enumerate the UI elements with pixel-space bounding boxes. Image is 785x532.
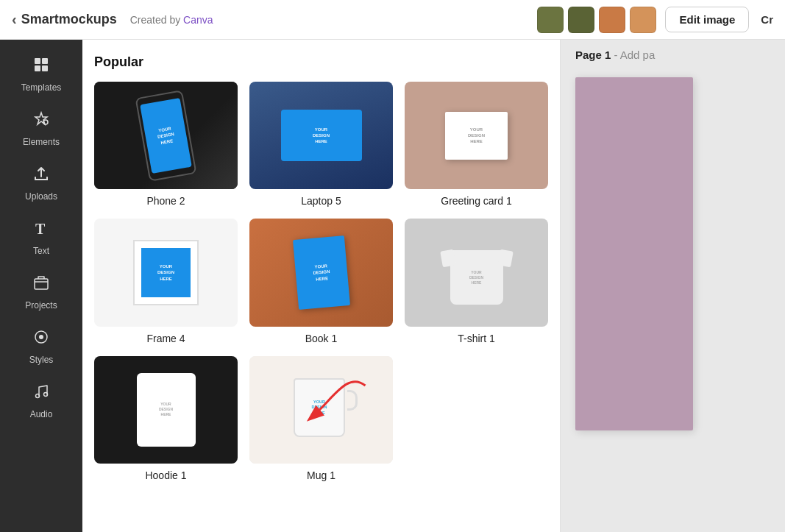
mockup-grid: YOURDESIGNHERE Phone 2 YOURDESIGNHERE La…: [94, 82, 548, 481]
list-item[interactable]: YOURDESIGNHERE Book 1: [249, 219, 393, 344]
canvas-area: Page 1 - Add pa: [561, 40, 785, 532]
laptop5-label: Laptop 5: [249, 195, 393, 207]
styles-icon: [32, 328, 50, 350]
svg-rect-3: [42, 65, 48, 71]
hoodie1-image: YOURDESIGNHERE: [94, 356, 238, 464]
panel: Popular YOURDESIGNHERE Phone 2: [82, 40, 561, 532]
color-swatches: [537, 7, 656, 33]
swatch-dark-olive[interactable]: [568, 7, 594, 33]
svg-point-9: [36, 394, 40, 398]
svg-point-10: [44, 393, 48, 397]
svg-rect-6: [35, 279, 48, 289]
edit-image-button[interactable]: Edit image: [665, 7, 749, 32]
app-title: Smartmockups: [21, 12, 117, 27]
mug1-image: YOURDESIGNHERE: [249, 356, 393, 464]
canvas-page: [575, 77, 693, 430]
sidebar-item-audio[interactable]: Audio: [0, 374, 82, 428]
mug1-label: Mug 1: [249, 469, 393, 481]
list-item[interactable]: YOURDESIGNHERE T-shirt 1: [405, 219, 548, 344]
elements-icon: [32, 110, 50, 132]
sidebar-text-label: Text: [33, 246, 49, 256]
tshirt1-image: YOURDESIGNHERE: [405, 219, 548, 326]
main-layout: Templates Elements Uploads: [0, 40, 785, 532]
list-item[interactable]: YOURDESIGNHERE Laptop 5: [249, 82, 393, 207]
sidebar-uploads-label: Uploads: [25, 191, 57, 202]
back-button[interactable]: ‹ Smartmockups: [12, 11, 117, 28]
svg-rect-0: [35, 58, 40, 64]
list-item[interactable]: YOURDESIGNHERE Phone 2: [94, 82, 238, 207]
add-page-label: - Add pa: [614, 49, 655, 61]
laptop5-image: YOURDESIGNHERE: [249, 82, 393, 189]
sidebar-item-uploads[interactable]: Uploads: [0, 156, 82, 210]
swatch-olive[interactable]: [537, 7, 564, 33]
frame4-label: Frame 4: [94, 333, 238, 344]
sidebar-templates-label: Templates: [21, 82, 62, 93]
back-arrow-icon: ‹: [12, 11, 17, 28]
sidebar-item-templates[interactable]: Templates: [0, 47, 82, 102]
tshirt1-label: T-shirt 1: [405, 333, 548, 344]
svg-text:T: T: [35, 221, 46, 237]
created-by-label: Created by Canva: [130, 14, 213, 26]
greetingcard1-image: YOURDESIGNHERE: [405, 82, 548, 189]
page-number: Page 1: [575, 49, 611, 61]
list-item[interactable]: YOURDESIGNHERE Greeting card 1: [405, 82, 548, 207]
greetingcard1-label: Greeting card 1: [405, 195, 548, 207]
svg-rect-1: [42, 58, 48, 64]
svg-point-8: [39, 335, 43, 339]
uploads-icon: [32, 165, 50, 187]
text-icon: T: [32, 219, 50, 241]
frame4-image: YOURDESIGNHERE: [94, 219, 238, 326]
left-sidebar: Templates Elements Uploads: [0, 40, 82, 532]
projects-icon: [32, 274, 50, 296]
sidebar-item-projects[interactable]: Projects: [0, 265, 82, 319]
top-bar: ‹ Smartmockups Created by Canva Edit ima…: [0, 0, 785, 40]
sidebar-audio-label: Audio: [30, 409, 53, 419]
phone2-image: YOURDESIGNHERE: [94, 82, 238, 189]
canva-link[interactable]: Canva: [183, 14, 213, 26]
page-label: Page 1 - Add pa: [561, 40, 785, 70]
swatch-light-orange[interactable]: [630, 7, 656, 33]
sidebar-item-text[interactable]: T Text: [0, 210, 82, 265]
svg-rect-2: [35, 65, 40, 71]
list-item[interactable]: YOURDESIGNHERE: [249, 356, 393, 481]
book1-image: YOURDESIGNHERE: [249, 219, 393, 326]
hoodie1-label: Hoodie 1: [94, 469, 238, 481]
sidebar-elements-label: Elements: [23, 137, 60, 147]
panel-content: Popular YOURDESIGNHERE Phone 2: [82, 40, 560, 532]
templates-icon: [32, 56, 50, 78]
list-item[interactable]: YOURDESIGNHERE Hoodie 1: [94, 356, 238, 481]
sidebar-styles-label: Styles: [29, 355, 54, 365]
phone2-label: Phone 2: [94, 195, 238, 207]
canvas-content: [561, 70, 785, 532]
section-title: Popular: [94, 54, 548, 70]
cr-button[interactable]: Cr: [761, 13, 773, 26]
audio-icon: [32, 383, 50, 405]
list-item[interactable]: YOURDESIGNHERE Frame 4: [94, 219, 238, 344]
swatch-orange-brown[interactable]: [599, 7, 625, 33]
sidebar-item-elements[interactable]: Elements: [0, 102, 82, 156]
book1-label: Book 1: [249, 333, 393, 344]
sidebar-item-styles[interactable]: Styles: [0, 319, 82, 374]
sidebar-projects-label: Projects: [25, 300, 57, 311]
